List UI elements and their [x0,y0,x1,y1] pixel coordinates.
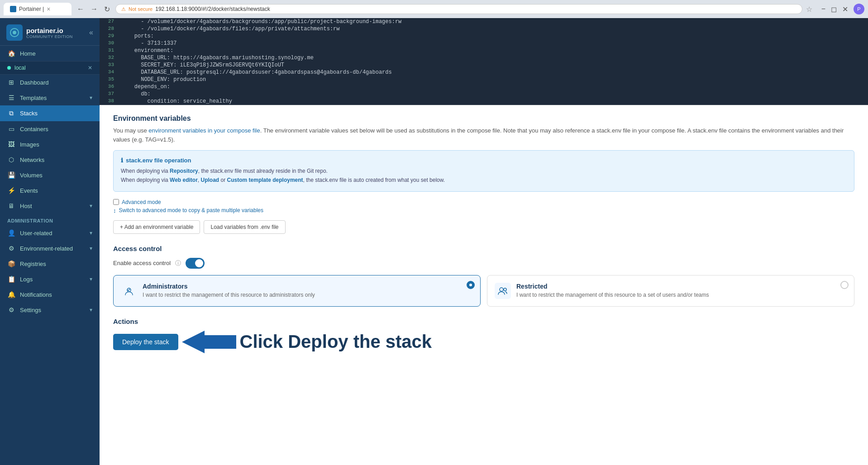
sidebar-item-containers[interactable]: ▭ Containers [0,121,100,137]
networks-label: Networks [20,157,92,163]
admin-access-card[interactable]: Administrators I want to restrict the ma… [113,275,481,307]
events-label: Events [20,187,92,194]
restore-btn[interactable]: ◻ [829,4,839,14]
templates-label: Templates [20,95,85,101]
sidebar-item-networks[interactable]: ⬡ Networks [0,152,100,167]
restricted-card-title: Restricted [516,283,847,290]
switch-hint-text: Switch to advanced mode to copy & paste … [119,207,264,214]
user-related-icon: 👤 [7,229,15,237]
active-tab[interactable]: Portainer | × [4,3,72,15]
env-variables-section: Environment variables You may use enviro… [113,114,854,234]
env-related-arrow-icon: ▾ [90,245,92,251]
sidebar-item-dashboard[interactable]: ⊞ Dashboard [0,75,100,90]
advanced-mode-checkbox[interactable] [113,199,119,205]
logs-label: Logs [20,276,85,283]
home-icon: 🏠 [7,50,15,57]
window-buttons: − ◻ ✕ [820,4,850,14]
restricted-access-card[interactable]: Restricted I want to restrict the manage… [487,275,854,307]
sidebar-endpoint[interactable]: local ✕ [0,61,100,75]
portainer-logo-icon [6,24,23,41]
volumes-icon: 💾 [7,171,15,179]
images-icon: 🖼 [7,141,15,148]
env-variables-title: Environment variables [113,114,854,123]
annotation-wrapper: Deploy the stack Click Deploy the stack [113,331,854,353]
sidebar-item-events[interactable]: ⚡ Events [0,183,100,198]
registries-label: Registries [20,261,92,267]
sidebar-item-settings[interactable]: ⚙ Settings ▾ [0,302,100,318]
app-layout: portainer.io COMMUNITY EDITION « 🏠 Home … [0,18,868,465]
sidebar-item-logs[interactable]: 📋 Logs ▾ [0,271,100,287]
sidebar-item-notifications[interactable]: 🔔 Notifications [0,287,100,302]
host-icon: 🖥 [7,202,15,209]
code-line: 36 depends_on: [100,83,868,90]
back-btn[interactable]: ← [75,4,86,14]
host-label: Host [20,203,85,209]
env-related-icon: ⚙ [7,245,15,252]
minimize-btn[interactable]: − [820,4,827,14]
sidebar-item-home[interactable]: 🏠 Home [0,46,100,61]
close-btn[interactable]: ✕ [840,4,850,14]
code-line: 35 NODE_ENV: production [100,76,868,83]
restricted-card-body: Restricted I want to restrict the manage… [516,283,847,298]
load-env-file-btn[interactable]: Load variables from .env file [204,220,285,234]
sidebar-item-env-related[interactable]: ⚙ Environment-related ▾ [0,241,100,256]
admin-card-desc: I want to restrict the management of thi… [143,292,473,298]
address-text: 192.168.1.18:9000/#!/2/docker/stacks/new… [155,6,270,12]
deploy-stack-btn[interactable]: Deploy the stack [113,334,178,350]
access-control-toggle[interactable] [186,258,205,269]
code-line: 33 SECRET_KEY: iLE3qP18jJZWSrmSJGERVQt6Y… [100,62,868,69]
notifications-icon: 🔔 [7,291,15,298]
annotation-text: Click Deploy the stack [240,332,432,352]
env-desc-link[interactable]: environment variables in your compose fi… [148,127,260,134]
admin-card-radio [467,281,475,289]
notifications-label: Notifications [20,291,92,298]
endpoint-label: local [14,65,26,71]
containers-icon: ▭ [7,125,15,133]
endpoint-close-btn[interactable]: ✕ [88,65,92,71]
add-env-variable-btn[interactable]: + Add an environment variable [113,220,200,234]
env-info-box: ℹ stack.env file operation When deployin… [113,150,854,192]
sidebar-item-host[interactable]: 🖥 Host ▾ [0,198,100,214]
tab-close-btn[interactable]: × [47,5,50,13]
main-content: 27 - /volume1/docker/4gaboards/backgroun… [100,18,868,465]
advanced-mode-label[interactable]: Advanced mode [122,199,161,205]
code-line: 34 DATABASE_URL: postgresql://4gaboardsu… [100,69,868,76]
forward-btn[interactable]: → [89,4,100,14]
admin-card-title: Administrators [143,283,473,290]
browser-chrome: Portainer | × ← → ↻ ⚠ Not secure 192.168… [0,0,868,18]
sidebar-item-stacks[interactable]: ⧉ Stacks [0,105,100,121]
secure-icon: ⚠ [121,6,126,12]
code-line: 27 - /volume1/docker/4gaboards/backgroun… [100,18,868,25]
sidebar-item-registries[interactable]: 📦 Registries [0,256,100,271]
sidebar-logo: portainer.io COMMUNITY EDITION « [0,18,100,46]
tab-label: Portainer | [19,6,44,12]
logs-arrow-icon: ▾ [90,276,92,282]
user-related-label: User-related [20,230,85,237]
reload-btn[interactable]: ↻ [102,4,112,14]
info-repo-bold: Repository [170,168,198,174]
env-desc-before: You may use [113,127,148,134]
sidebar-item-user-related[interactable]: 👤 User-related ▾ [0,225,100,241]
code-editor[interactable]: 27 - /volume1/docker/4gaboards/backgroun… [100,18,868,105]
dashboard-label: Dashboard [20,79,92,86]
code-line: 37 db: [100,90,868,98]
sidebar-item-templates[interactable]: ☰ Templates ▾ [0,90,100,105]
bookmark-icon[interactable]: ☆ [806,5,812,14]
events-icon: ⚡ [7,187,15,194]
info-box-content: When deploying via Repository, the stack… [121,166,847,185]
settings-label: Settings [20,307,85,313]
sidebar-item-volumes[interactable]: 💾 Volumes [0,167,100,183]
env-variables-desc: You may use environment variables in you… [113,126,854,144]
secure-label: Not secure [129,6,153,12]
env-related-label: Environment-related [20,245,85,252]
switch-hint-row: ↕ Switch to advanced mode to copy & past… [113,207,854,214]
sidebar-item-images[interactable]: 🖼 Images [0,137,100,152]
svg-point-3 [500,288,503,291]
profile-avatar[interactable]: P [854,4,864,14]
settings-arrow-icon: ▾ [90,307,92,313]
sidebar-collapse-btn[interactable]: « [89,28,93,37]
address-bar[interactable]: ⚠ Not secure 192.168.1.18:9000/#!/2/dock… [115,4,802,14]
info-upload-bold: Upload [201,177,219,183]
restricted-card-icon [495,283,511,299]
browser-tabs: Portainer | × [4,3,72,15]
